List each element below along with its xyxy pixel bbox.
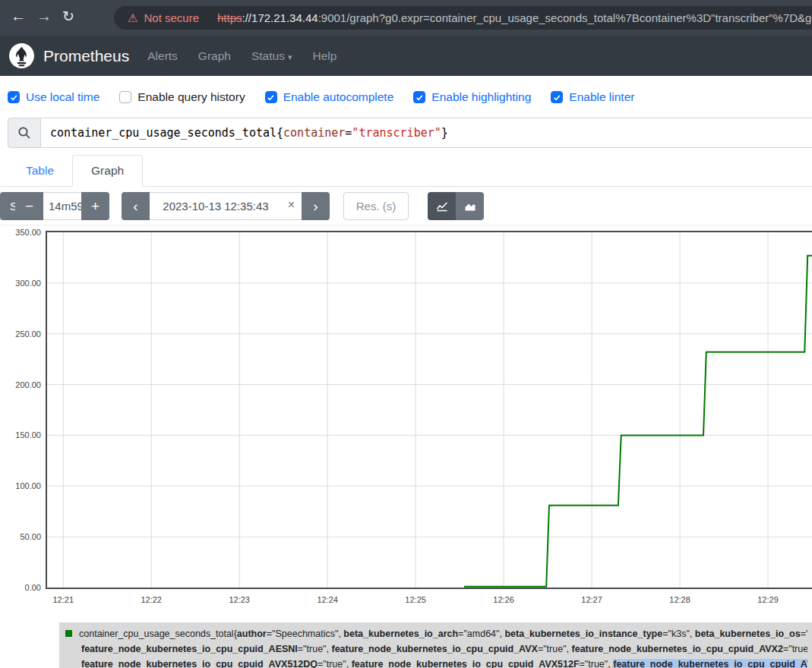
address-bar[interactable]: ⚠ Not secure https ://172.21.34.44 :9001… bbox=[114, 6, 812, 30]
option-enable-highlighting[interactable]: Enable highlighting bbox=[413, 90, 531, 104]
option-label: Enable highlighting bbox=[431, 90, 531, 104]
browser-toolbar: ← → ↻ ⚠ Not secure https ://172.21.34.44… bbox=[0, 0, 812, 36]
checkbox-checked-icon[interactable] bbox=[265, 91, 277, 103]
cpu-usage-chart[interactable] bbox=[46, 231, 812, 589]
series-swatch-icon bbox=[65, 630, 72, 637]
option-label: Enable autocomplete bbox=[283, 90, 394, 104]
query-options-row: Use local timeEnable query historyEnable… bbox=[8, 86, 634, 109]
prometheus-navbar: Prometheus AlertsGraphStatus▾Help bbox=[0, 36, 812, 76]
x-tick-label: 12:26 bbox=[487, 595, 520, 604]
checkbox-checked-icon[interactable] bbox=[413, 91, 425, 103]
option-use-local-time[interactable]: Use local time bbox=[8, 90, 100, 104]
reload-icon[interactable]: ↻ bbox=[62, 8, 74, 25]
y-tick-label: 0.00 bbox=[0, 583, 41, 592]
legend-text: feature_node_kubernetes_io_cpu_cpuid_AVX… bbox=[352, 659, 580, 668]
forward-icon[interactable]: → bbox=[36, 8, 52, 25]
query-token-plain: } bbox=[441, 126, 448, 140]
not-secure-label: Not secure bbox=[144, 11, 199, 24]
prometheus-logo-icon[interactable] bbox=[9, 43, 34, 68]
legend-text: ="k3s", bbox=[662, 629, 695, 639]
checkbox-unchecked-icon[interactable] bbox=[119, 91, 131, 103]
stacked-chart-button[interactable] bbox=[456, 192, 484, 220]
resolution-input[interactable] bbox=[343, 192, 409, 220]
url-path: :9001/graph?g0.expr=container_cpu_usage_… bbox=[318, 11, 812, 24]
legend-text: feature_node_kubernetes_io_cpu_cpuid_AVX… bbox=[572, 644, 783, 654]
query-token-metric: container_cpu_usage_seconds_total bbox=[50, 126, 276, 140]
y-tick-label: 300.00 bbox=[0, 279, 41, 288]
y-tick-label: 250.00 bbox=[0, 329, 41, 339]
nav-link-graph[interactable]: Graph bbox=[198, 49, 231, 63]
y-tick-label: 200.00 bbox=[0, 380, 41, 389]
y-tick-label: 150.00 bbox=[0, 430, 41, 440]
selected-label-text: feature_node_kubernetes_io_cpu_cpuid_AVX… bbox=[613, 659, 807, 668]
legend-text: author bbox=[237, 629, 267, 639]
line-chart-button[interactable] bbox=[428, 192, 456, 220]
legend-text: ="true", bbox=[580, 659, 614, 668]
query-row: container_cpu_usage_seconds_total{contai… bbox=[8, 118, 812, 148]
query-token-plain: = bbox=[345, 126, 352, 140]
x-tick-label: 12:29 bbox=[751, 595, 785, 604]
duration-control: − + bbox=[15, 192, 109, 220]
option-label: Enable query history bbox=[137, 90, 245, 104]
legend-text: feature_node_kubernetes_io_cpu_cpuid_AVX… bbox=[81, 659, 318, 668]
nav-link-alerts[interactable]: Alerts bbox=[147, 49, 178, 63]
datetime-control: ‹ × › bbox=[122, 192, 330, 220]
legend-text: ="true", bbox=[538, 644, 572, 654]
legend-line: feature_node_kubernetes_io_cpu_cpuid_AES… bbox=[65, 641, 807, 657]
clear-datetime-icon[interactable]: × bbox=[288, 198, 295, 212]
query-expression-input[interactable]: container_cpu_usage_seconds_total{contai… bbox=[41, 118, 812, 148]
next-time-button[interactable]: › bbox=[302, 192, 330, 220]
chart-section: 0.0050.00100.00150.00200.00250.00300.003… bbox=[0, 225, 812, 612]
option-enable-linter[interactable]: Enable linter bbox=[551, 90, 634, 104]
x-tick-label: 12:22 bbox=[134, 595, 168, 604]
checkbox-checked-icon[interactable] bbox=[8, 91, 20, 103]
y-tick-label: 100.00 bbox=[0, 481, 41, 490]
option-label: Enable linter bbox=[569, 90, 634, 104]
url-host: ://172.21.34.44 bbox=[242, 11, 318, 24]
option-label: Use local time bbox=[26, 90, 100, 104]
legend-text: beta_kubernetes_io_instance_type bbox=[504, 629, 662, 639]
query-token-plain: { bbox=[276, 126, 283, 140]
search-icon bbox=[8, 118, 41, 148]
legend-text: ="true", bbox=[783, 644, 807, 654]
x-tick-label: 12:23 bbox=[223, 595, 256, 604]
x-tick-label: 12:28 bbox=[663, 595, 697, 604]
checkbox-checked-icon[interactable] bbox=[551, 91, 563, 103]
panel-tabs: Table Graph bbox=[8, 155, 812, 187]
legend-text: beta_kubernetes_io_arch bbox=[343, 629, 458, 639]
query-token-string: "transcriber" bbox=[352, 126, 441, 140]
chevron-down-icon: ▾ bbox=[288, 52, 292, 61]
legend-text: ="true", bbox=[318, 659, 352, 668]
legend-line: feature_node_kubernetes_io_cpu_cpuid_AVX… bbox=[65, 657, 807, 668]
legend-item[interactable]: container_cpu_usage_seconds_total{author… bbox=[59, 622, 812, 668]
nav-link-status[interactable]: Status▾ bbox=[251, 49, 292, 63]
query-token-label: container bbox=[283, 126, 345, 140]
legend-text: beta_kubernetes_io_os bbox=[695, 629, 801, 639]
x-tick-label: 12:25 bbox=[399, 595, 432, 604]
navbar-links: AlertsGraphStatus▾Help bbox=[147, 49, 336, 63]
legend-text: feature_node_kubernetes_io_cpu_cpuid_AES… bbox=[81, 644, 298, 654]
legend-text: ="linux", bbox=[801, 629, 807, 639]
brand-title[interactable]: Prometheus bbox=[43, 47, 129, 65]
y-tick-label: 50.00 bbox=[0, 532, 41, 541]
y-tick-label: 350.00 bbox=[0, 228, 41, 237]
legend-text: feature_node_kubernetes_io_cpu_cpuid_AVX bbox=[331, 644, 537, 654]
range-input[interactable] bbox=[43, 192, 81, 220]
x-tick-label: 12:21 bbox=[46, 595, 80, 604]
screen: ← → ↻ ⚠ Not secure https ://172.21.34.44… bbox=[0, 0, 812, 668]
tab-table[interactable]: Table bbox=[8, 155, 72, 187]
increase-range-button[interactable]: + bbox=[81, 192, 109, 220]
datetime-input[interactable] bbox=[150, 192, 302, 220]
legend-text: ="Speechmatics", bbox=[267, 629, 344, 639]
prev-time-button[interactable]: ‹ bbox=[122, 192, 150, 220]
warning-icon: ⚠ bbox=[128, 11, 137, 25]
option-enable-query-history[interactable]: Enable query history bbox=[119, 90, 245, 104]
decrease-range-button[interactable]: − bbox=[15, 192, 43, 220]
legend-text: ="true", bbox=[298, 644, 332, 654]
x-tick-label: 12:24 bbox=[311, 595, 344, 604]
back-icon[interactable]: ← bbox=[11, 8, 26, 25]
nav-link-help[interactable]: Help bbox=[312, 49, 336, 63]
tab-graph[interactable]: Graph bbox=[72, 155, 143, 187]
option-enable-autocomplete[interactable]: Enable autocomplete bbox=[265, 90, 394, 104]
chart-type-toggle bbox=[428, 192, 484, 220]
